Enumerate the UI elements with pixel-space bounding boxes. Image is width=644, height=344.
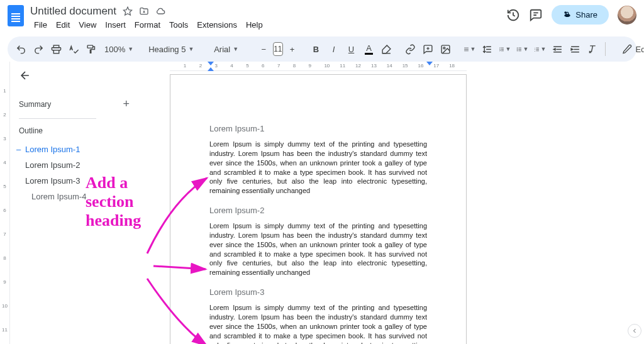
star-icon[interactable] xyxy=(123,6,133,16)
bulleted-list-button[interactable]: ▼ xyxy=(514,40,531,58)
zoom-select[interactable]: 100%▼ xyxy=(101,40,137,58)
numbered-list-button[interactable]: 123▼ xyxy=(532,40,548,58)
summary-label: Summary xyxy=(19,100,51,109)
decrease-font-size-button[interactable]: − xyxy=(255,40,272,58)
share-button[interactable]: Share xyxy=(552,5,609,25)
clear-formatting-button[interactable] xyxy=(585,40,601,58)
editing-mode-label: Editing xyxy=(636,45,644,54)
horizontal-ruler[interactable]: 123456789101112131415161718 xyxy=(135,62,644,72)
caret-down-icon: ▼ xyxy=(233,46,238,52)
svg-text:1: 1 xyxy=(534,47,535,48)
menu-file[interactable]: File xyxy=(30,19,51,31)
account-avatar[interactable] xyxy=(618,6,636,25)
svg-text:2: 2 xyxy=(534,48,535,50)
svg-point-7 xyxy=(517,47,518,48)
annotation-text: Add asectionheading xyxy=(86,174,141,230)
comments-icon[interactable] xyxy=(529,8,543,22)
vertical-ruler[interactable]: 1234567891011 xyxy=(0,62,10,344)
menu-bar: File Edit View Insert Format Tools Exten… xyxy=(30,19,267,31)
font-family-value: Arial xyxy=(214,45,230,54)
move-folder-icon[interactable] xyxy=(139,6,149,16)
svg-point-9 xyxy=(517,50,518,51)
paragraph-style-select[interactable]: Heading 5▼ xyxy=(145,40,203,58)
italic-button[interactable]: I xyxy=(326,40,342,58)
align-button[interactable]: ▼ xyxy=(462,40,478,58)
outline-item[interactable]: Lorem Ipsum-1 xyxy=(19,141,130,157)
print-button[interactable] xyxy=(48,40,64,58)
font-size-value: 11 xyxy=(274,45,282,53)
show-side-panel-button[interactable] xyxy=(628,324,641,338)
editing-mode-select[interactable]: Editing ▼ xyxy=(622,44,644,54)
caret-down-icon: ▼ xyxy=(128,46,133,52)
share-button-label: Share xyxy=(575,10,597,19)
font-family-select[interactable]: Arial▼ xyxy=(210,40,248,58)
svg-marker-0 xyxy=(123,7,131,15)
title-area: Untitled document File Edit View Insert … xyxy=(30,5,267,31)
insert-image-button[interactable] xyxy=(438,40,454,58)
menu-insert[interactable]: Insert xyxy=(101,19,130,31)
right-indent-marker[interactable] xyxy=(426,62,433,65)
svg-point-6 xyxy=(443,47,445,48)
svg-rect-4 xyxy=(87,45,93,48)
history-icon[interactable] xyxy=(506,8,520,22)
paragraph-style-value: Heading 5 xyxy=(148,45,186,54)
first-line-indent-marker[interactable] xyxy=(208,62,214,65)
chevron-left-icon xyxy=(631,327,638,335)
menu-help[interactable]: Help xyxy=(242,19,267,31)
section-heading[interactable]: Lorem Ipsum-2 xyxy=(209,206,427,215)
document-title[interactable]: Untitled document xyxy=(30,5,116,18)
svg-rect-3 xyxy=(53,50,59,53)
outline-item[interactable]: Lorem Ipsum-2 xyxy=(19,157,130,173)
paint-format-button[interactable] xyxy=(83,40,99,58)
section-heading[interactable]: Lorem Ipsum-3 xyxy=(209,287,427,297)
outline-label: Outline xyxy=(19,126,130,135)
font-size-input[interactable]: 11 xyxy=(273,42,282,56)
decrease-indent-button[interactable] xyxy=(550,40,566,58)
menu-edit[interactable]: Edit xyxy=(52,19,74,31)
menu-tools[interactable]: Tools xyxy=(165,19,192,31)
increase-font-size-button[interactable]: + xyxy=(284,40,301,58)
toolbar: 100%▼ Heading 5▼ Arial▼ − 11 + B I U A ▼… xyxy=(8,36,636,62)
left-indent-marker[interactable] xyxy=(208,67,214,71)
caret-down-icon: ▼ xyxy=(188,46,194,52)
close-outline-button[interactable] xyxy=(19,69,130,84)
menu-view[interactable]: View xyxy=(75,19,100,31)
insert-link-button[interactable] xyxy=(402,40,419,58)
paragraph[interactable]: Lorem Ipsum is simply dummy text of the … xyxy=(209,140,427,196)
arrow-left-icon xyxy=(19,69,31,82)
line-spacing-button[interactable] xyxy=(479,40,496,58)
text-color-button[interactable]: A xyxy=(361,40,377,58)
section-heading[interactable]: Lorem Ipsum-1 xyxy=(209,124,427,133)
svg-text:3: 3 xyxy=(534,50,535,51)
docs-logo-icon[interactable] xyxy=(8,5,24,26)
add-summary-button[interactable]: + xyxy=(123,97,130,111)
paragraph[interactable]: Lorem Ipsum is simply dummy text of the … xyxy=(209,221,427,277)
increase-indent-button[interactable] xyxy=(567,40,584,58)
cloud-status-icon[interactable] xyxy=(155,6,165,16)
menu-extensions[interactable]: Extensions xyxy=(193,19,241,31)
spellcheck-button[interactable] xyxy=(65,40,82,58)
pencil-icon xyxy=(622,44,632,54)
zoom-value: 100% xyxy=(104,45,125,54)
svg-point-8 xyxy=(517,49,518,50)
app-header: Untitled document File Edit View Insert … xyxy=(0,0,644,34)
undo-button[interactable] xyxy=(13,40,29,58)
redo-button[interactable] xyxy=(30,40,47,58)
highlight-color-button[interactable] xyxy=(379,40,395,58)
checklist-button[interactable]: ▼ xyxy=(497,40,513,58)
underline-button[interactable]: U xyxy=(343,40,360,58)
add-comment-button[interactable] xyxy=(420,40,436,58)
document-page[interactable]: Lorem Ipsum-1Lorem Ipsum is simply dummy… xyxy=(170,74,467,344)
menu-format[interactable]: Format xyxy=(131,19,164,31)
paragraph[interactable]: Lorem Ipsum is simply dummy text of the … xyxy=(209,303,427,344)
bold-button[interactable]: B xyxy=(308,40,325,58)
